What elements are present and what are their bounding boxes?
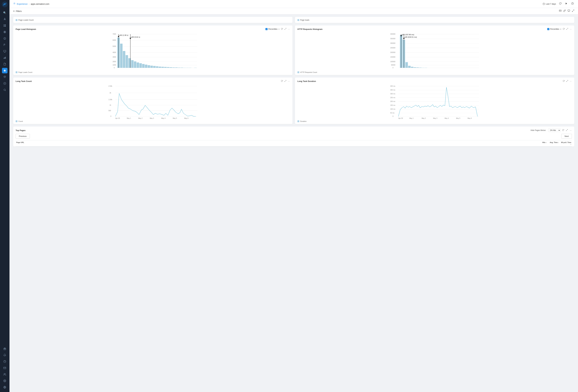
percentiles-chevron[interactable]: ▼ xyxy=(278,28,280,30)
sidebar-alert[interactable] xyxy=(2,36,7,41)
http-refresh-button[interactable] xyxy=(562,28,565,31)
svg-text:May 4: May 4 xyxy=(445,117,449,119)
http-percentiles-checkbox[interactable]: ✓ xyxy=(547,28,549,30)
sidebar-gift[interactable] xyxy=(2,346,7,351)
svg-text:May 1: May 1 xyxy=(127,117,131,119)
svg-text:0: 0 xyxy=(393,67,393,69)
sidebar-play[interactable] xyxy=(2,81,7,86)
sidebar-globe[interactable] xyxy=(2,385,7,390)
sidebar-search2[interactable] xyxy=(2,87,7,93)
sidebar-apps[interactable] xyxy=(2,74,7,80)
percentiles-checkbox[interactable]: ✓ xyxy=(265,28,268,30)
long-task-count-expand[interactable] xyxy=(284,80,287,83)
svg-text:2k: 2k xyxy=(110,92,111,94)
page-load-more-button[interactable]: ··· xyxy=(288,28,290,31)
sidebar-mail[interactable] xyxy=(2,365,7,371)
expand-action-button[interactable] xyxy=(572,9,574,13)
top-pages-refresh[interactable] xyxy=(562,129,564,132)
monitor-action-button[interactable] xyxy=(568,9,570,13)
sidebar-rocket[interactable] xyxy=(2,16,7,22)
page-loads-count-swatch xyxy=(16,71,17,73)
svg-text:May 3: May 3 xyxy=(150,117,154,119)
svg-rect-67 xyxy=(145,65,147,68)
top-pages-card: Top Pages Hide Pages Below: 1% hits 5% h… xyxy=(13,127,574,147)
http-more-button[interactable]: ··· xyxy=(570,28,572,31)
refresh-button[interactable] xyxy=(558,2,562,6)
sidebar-help[interactable] xyxy=(2,359,7,364)
svg-text:500: 500 xyxy=(108,110,111,111)
page-load-histogram-legend: Page Loads Count xyxy=(16,71,290,73)
svg-text:1k: 1k xyxy=(110,104,111,106)
svg-rect-118 xyxy=(419,67,422,68)
page-load-histogram-title: Page Load Histogram xyxy=(16,28,265,30)
duration-label: Duration xyxy=(300,120,307,122)
svg-point-10 xyxy=(4,39,5,39)
svg-rect-116 xyxy=(414,67,416,68)
http-requests-histogram-legend: HTTP Requests Count xyxy=(297,71,572,73)
email-action-button[interactable] xyxy=(559,9,562,13)
svg-text:100 ms: 100 ms xyxy=(390,108,395,110)
svg-point-26 xyxy=(4,381,5,381)
sidebar-flag[interactable] xyxy=(2,42,7,48)
svg-rect-83 xyxy=(189,68,192,68)
http-percentiles-toggle[interactable]: ✓ Percentiles ▼ xyxy=(547,28,562,30)
long-task-count-more[interactable]: ··· xyxy=(288,80,290,83)
app-logo[interactable] xyxy=(2,1,8,7)
breadcrumb: Experience › apps.sematext.com xyxy=(13,2,543,5)
http-expand-button[interactable] xyxy=(566,28,569,31)
table-header: Page URL Hits ↕ Avg. Time ↕ 90 pctl. Tim… xyxy=(16,140,572,147)
svg-text:100000: 100000 xyxy=(390,61,395,62)
svg-text:May 2: May 2 xyxy=(422,117,426,119)
time-range-label: Last 7 days xyxy=(546,3,556,5)
sidebar-search[interactable]: 🔍 xyxy=(2,10,7,15)
svg-text:50000: 50000 xyxy=(391,64,395,66)
col-90pct-time[interactable]: 90 pctl. Time ↕ xyxy=(560,142,572,145)
svg-text:200 ms: 200 ms xyxy=(390,100,395,102)
sidebar-circle[interactable] xyxy=(2,29,7,35)
sidebar-settings[interactable] xyxy=(2,378,7,384)
svg-text:May 2: May 2 xyxy=(138,117,143,119)
hits-select[interactable]: 1% hits 5% hits 10% hits xyxy=(548,129,561,132)
link-action-button[interactable] xyxy=(563,9,566,13)
page-load-refresh-button[interactable] xyxy=(281,28,283,31)
sidebar-team[interactable] xyxy=(2,372,7,377)
percentiles-toggle[interactable]: ✓ Percentiles ▼ xyxy=(265,28,280,30)
long-task-count-refresh[interactable] xyxy=(281,80,283,83)
svg-text:May 1: May 1 xyxy=(409,117,414,119)
sidebar-grid[interactable] xyxy=(2,23,7,28)
sidebar-bell[interactable] xyxy=(2,352,7,358)
sidebar-barchart[interactable] xyxy=(2,55,7,60)
next-button[interactable]: Next xyxy=(561,134,572,139)
page-loads-count-label: Page Loads Count xyxy=(18,71,32,73)
help-button[interactable] xyxy=(571,2,574,6)
long-task-duration-expand[interactable] xyxy=(566,80,569,83)
previous-button[interactable]: Previous xyxy=(16,134,30,139)
col-avg-time[interactable]: Avg. Time ↕ xyxy=(547,142,560,145)
breadcrumb-experience[interactable]: Experience xyxy=(17,3,28,5)
http-percentiles-chevron[interactable]: ▼ xyxy=(560,28,562,30)
sidebar-document[interactable] xyxy=(2,61,7,67)
sidebar-monitor[interactable] xyxy=(2,49,7,54)
svg-rect-16 xyxy=(4,57,5,59)
filter-icon: ≡ xyxy=(13,10,14,12)
svg-rect-73 xyxy=(161,67,164,68)
long-task-duration-legend: Duration xyxy=(297,120,572,122)
breadcrumb-app: apps.sematext.com xyxy=(31,3,49,5)
top-pages-more[interactable]: ··· xyxy=(570,129,572,132)
svg-text:0: 0 xyxy=(393,115,393,117)
col-page-url[interactable]: Page URL xyxy=(16,142,535,145)
count-label: Count xyxy=(18,120,23,122)
play-button[interactable] xyxy=(565,2,568,6)
col-hits[interactable]: Hits ↕ xyxy=(535,142,547,145)
sidebar-experience[interactable] xyxy=(2,68,7,73)
long-task-duration-more[interactable]: ··· xyxy=(570,80,572,83)
page-load-expand-button[interactable] xyxy=(284,28,287,31)
svg-rect-34 xyxy=(568,10,570,11)
long-task-duration-refresh[interactable] xyxy=(562,80,565,83)
long-task-duration-chart: 400 ms 350 ms 300 ms 250 ms 200 ms 150 m… xyxy=(297,84,572,120)
svg-rect-62 xyxy=(131,60,134,68)
svg-point-122 xyxy=(401,35,402,36)
top-pages-expand[interactable] xyxy=(566,129,568,132)
svg-text:250000: 250000 xyxy=(390,47,395,49)
svg-text:7000: 7000 xyxy=(113,33,116,35)
